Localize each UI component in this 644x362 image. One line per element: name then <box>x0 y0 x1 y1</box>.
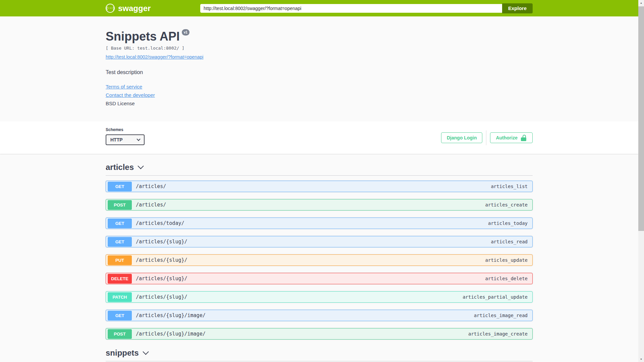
operation-row[interactable]: POST /articles/{slug}/image/ articles_im… <box>106 328 533 340</box>
operation-row[interactable]: GET /articles/{slug}/ articles_read <box>106 236 533 247</box>
terms-of-service-link[interactable]: Terms of service <box>106 83 533 90</box>
operation-id: articles_update <box>485 257 528 263</box>
method-badge: GET <box>108 219 132 228</box>
contact-developer-link[interactable]: Contact the developer <box>106 92 533 98</box>
scheme-container: Schemes HTTP Django Login Authorize <box>0 121 638 154</box>
operation-id: articles_create <box>485 202 528 207</box>
operation-row[interactable]: GET /articles/today/ articles_today <box>106 218 533 229</box>
topbar: {···} swagger Explore <box>0 0 638 16</box>
django-login-label: Django Login <box>447 135 477 140</box>
section-title: snippets <box>106 348 139 358</box>
page-title: Snippets API <box>106 30 180 43</box>
operation-path: /articles/{slug}/ <box>136 294 187 300</box>
operation-path: /articles/{slug}/image/ <box>136 331 206 337</box>
operation-id: articles_image_create <box>468 331 528 337</box>
method-badge: POST <box>108 200 132 210</box>
method-badge: GET <box>108 311 132 320</box>
operation-row[interactable]: GET /articles/ articles_list <box>106 181 533 192</box>
operations-section: articles GET /articles/ articles_list PO… <box>106 163 533 340</box>
method-badge: GET <box>108 237 132 247</box>
brand-name: swagger <box>118 4 151 13</box>
scrollbar[interactable]: ▲ ▼ <box>638 0 644 362</box>
authorize-label: Authorize <box>496 135 518 140</box>
scroll-down-icon[interactable]: ▼ <box>638 356 644 362</box>
license-label: BSD License <box>106 100 533 107</box>
scheme-selected-value: HTTP <box>110 137 123 142</box>
api-description: Test description <box>106 69 533 75</box>
operations-sections: articles GET /articles/ articles_list PO… <box>106 163 533 362</box>
operation-path: /articles/{slug}/ <box>136 276 187 282</box>
section-rows: GET /articles/ articles_list POST /artic… <box>106 181 533 340</box>
operation-row[interactable]: DELETE /articles/{slug}/ articles_delete <box>106 273 533 284</box>
operations-section: snippets GET /snippets/ snippets_list <box>106 348 533 362</box>
operation-id: articles_partial_update <box>463 294 528 300</box>
method-badge: POST <box>108 329 132 339</box>
swagger-brand-link[interactable]: {···} swagger <box>106 4 151 13</box>
operation-path: /articles/{slug}/image/ <box>136 312 206 318</box>
schemes-block: Schemes HTTP <box>106 127 145 145</box>
auth-wrapper: Django Login Authorize <box>441 130 533 145</box>
auth-divider <box>486 130 486 145</box>
unlock-icon <box>521 135 527 141</box>
chevron-down-icon <box>137 137 140 141</box>
section-header[interactable]: articles <box>106 163 533 176</box>
operation-row[interactable]: GET /articles/{slug}/image/ articles_ima… <box>106 310 533 321</box>
base-url: [ Base URL: test.local:8002/ ] <box>106 46 533 51</box>
scheme-select[interactable]: HTTP <box>106 134 145 145</box>
operation-id: articles_image_read <box>474 313 528 318</box>
django-login-button[interactable]: Django Login <box>441 132 482 143</box>
method-badge: PUT <box>108 255 132 265</box>
operation-id: articles_read <box>491 239 528 244</box>
download-url-wrapper: Explore <box>200 3 533 13</box>
operation-id: articles_delete <box>485 276 528 281</box>
section-title: articles <box>106 163 134 172</box>
chevron-down-icon <box>138 163 144 169</box>
authorize-button[interactable]: Authorize <box>490 132 533 143</box>
spec-link[interactable]: http://test.local:8002/swagger/?format=o… <box>106 54 203 60</box>
operation-row[interactable]: POST /articles/ articles_create <box>106 199 533 210</box>
operation-path: /articles/{slug}/ <box>136 257 187 263</box>
explore-button[interactable]: Explore <box>502 3 533 13</box>
schemes-label: Schemes <box>106 127 145 132</box>
operation-path: /articles/today/ <box>136 220 184 226</box>
chevron-down-icon <box>143 349 149 355</box>
method-badge: DELETE <box>108 274 132 284</box>
method-badge: GET <box>108 182 132 191</box>
operation-path: /articles/ <box>136 183 166 189</box>
scrollbar-thumb[interactable] <box>638 6 644 231</box>
scroll-up-icon[interactable]: ▲ <box>638 0 644 6</box>
method-badge: PATCH <box>108 292 132 302</box>
operation-path: /articles/ <box>136 202 166 208</box>
info-section: Snippets API v1 [ Base URL: test.local:8… <box>0 16 638 121</box>
operation-row[interactable]: PATCH /articles/{slug}/ articles_partial… <box>106 291 533 303</box>
swagger-logo-icon: {···} <box>106 4 115 13</box>
version-badge: v1 <box>182 29 190 36</box>
operation-row[interactable]: PUT /articles/{slug}/ articles_update <box>106 254 533 266</box>
spec-url-input[interactable] <box>200 4 502 13</box>
operation-id: articles_list <box>491 184 528 189</box>
operation-path: /articles/{slug}/ <box>136 239 187 245</box>
section-header[interactable]: snippets <box>106 348 533 361</box>
operation-id: articles_today <box>488 221 528 226</box>
